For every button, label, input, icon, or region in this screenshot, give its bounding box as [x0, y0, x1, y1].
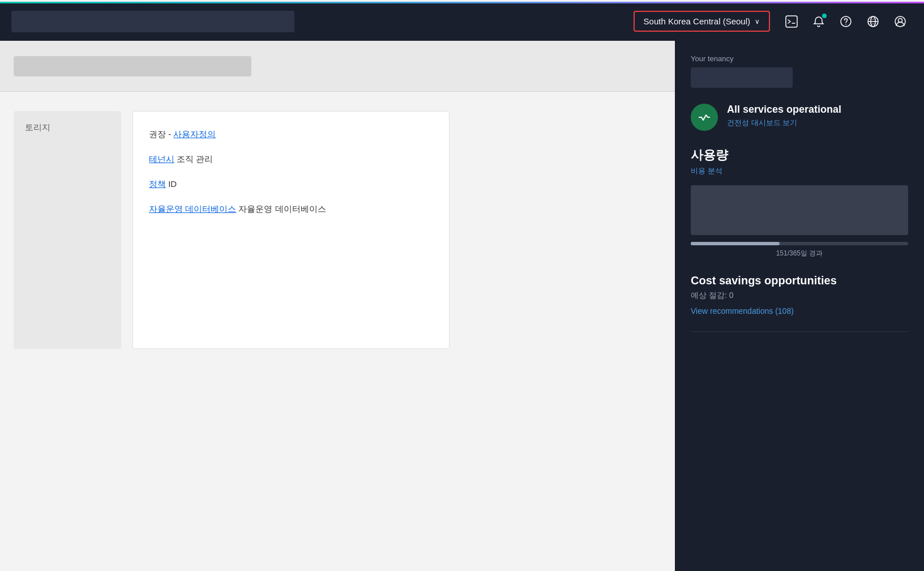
tenancy-value-box: [691, 67, 793, 88]
help-button[interactable]: [833, 9, 858, 34]
search-bar[interactable]: [11, 11, 294, 32]
topbar: South Korea Central (Seoul) ∨: [0, 0, 924, 41]
storage-item: 토리지: [14, 111, 121, 144]
right-sidebar: Your tenancy All services operational 건전…: [675, 41, 924, 571]
usage-title: 사용량: [691, 147, 908, 164]
row3-text: ID: [168, 179, 177, 189]
bell-button[interactable]: [806, 9, 831, 34]
progress-label: 151/365일 경과: [691, 249, 908, 258]
cost-savings-title: Cost savings opportunities: [691, 274, 908, 287]
cost-savings-subtitle: 예상 절감: 0: [691, 291, 908, 301]
status-icon: [691, 104, 718, 131]
topbar-icons: [779, 9, 913, 34]
globe-button[interactable]: [861, 9, 886, 34]
sidebar-divider: [691, 331, 908, 332]
status-title: All services operational: [727, 104, 841, 116]
card-row-3: 정책 ID: [149, 177, 433, 191]
progress-bar-fill: [691, 242, 780, 245]
row1-prefix: 권장 -: [149, 129, 173, 139]
row4-text: 자율운영 데이터베이스: [238, 204, 326, 214]
row3-link[interactable]: 정책: [149, 179, 166, 189]
view-recommendations-link[interactable]: View recommendations (108): [691, 306, 908, 316]
usage-chart-box: [691, 185, 908, 235]
row2-text: 조직 관리: [177, 154, 213, 164]
tenancy-label: Your tenancy: [691, 54, 908, 63]
card-row-1: 권장 - 사용자정의: [149, 127, 433, 141]
row4-link[interactable]: 자율운영 데이터베이스: [149, 204, 236, 214]
region-selector[interactable]: South Korea Central (Seoul) ∨: [634, 11, 770, 32]
terminal-button[interactable]: [779, 9, 804, 34]
left-content: 토리지 권장 - 사용자정의 테넌시 조직 관리 정책 ID 자율운영 데이터베: [0, 41, 675, 571]
left-header-bar: [14, 56, 251, 76]
status-link[interactable]: 건전성 대시보드 보기: [727, 118, 841, 128]
svg-point-1: [841, 16, 851, 27]
card-row-2: 테넌시 조직 관리: [149, 152, 433, 166]
tenancy-section: Your tenancy: [691, 54, 908, 88]
progress-bar-container: [691, 242, 908, 245]
profile-button[interactable]: [888, 9, 913, 34]
card-placeholder-left: 토리지: [14, 111, 121, 349]
status-text-block: All services operational 건전성 대시보드 보기: [727, 104, 841, 128]
svg-rect-0: [786, 16, 797, 27]
chevron-down-icon: ∨: [755, 18, 760, 25]
region-label: South Korea Central (Seoul): [644, 16, 750, 26]
cost-savings-section: Cost savings opportunities 예상 절감: 0 View…: [691, 274, 908, 316]
row2-link[interactable]: 테넌시: [149, 154, 174, 164]
svg-point-2: [845, 24, 846, 25]
main-card: 권장 - 사용자정의 테넌시 조직 관리 정책 ID 자율운영 데이터베이스 자…: [132, 111, 450, 349]
usage-section: 사용량 비용 분석 151/365일 경과: [691, 147, 908, 258]
usage-subtitle[interactable]: 비용 분석: [691, 166, 908, 176]
cards-area: 토리지 권장 - 사용자정의 테넌시 조직 관리 정책 ID 자율운영 데이터베: [0, 97, 675, 363]
card-row-4: 자율운영 데이터베이스 자율운영 데이터베이스: [149, 202, 433, 216]
notification-dot: [822, 14, 827, 18]
row1-link[interactable]: 사용자정의: [173, 129, 216, 139]
main-area: 토리지 권장 - 사용자정의 테넌시 조직 관리 정책 ID 자율운영 데이터베: [0, 41, 924, 571]
left-header-stripe: [0, 41, 675, 92]
status-row: All services operational 건전성 대시보드 보기: [691, 104, 908, 131]
